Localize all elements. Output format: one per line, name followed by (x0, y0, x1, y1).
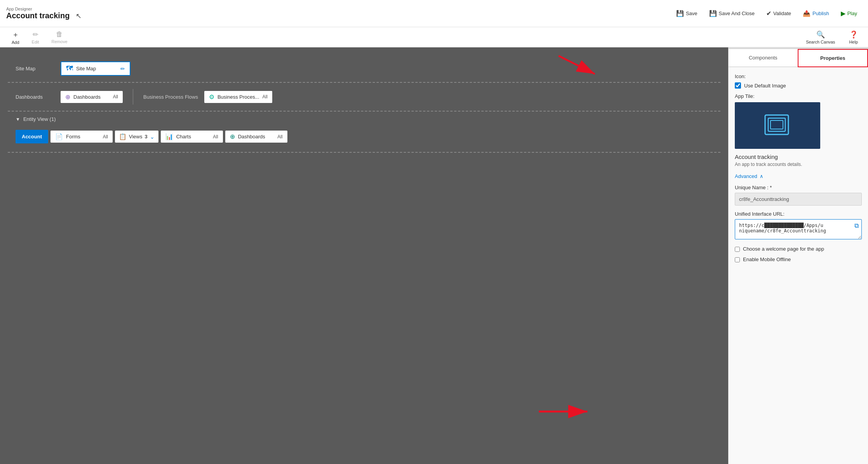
dashboards-row-label: Dashboards (16, 94, 54, 100)
top-bar: App Designer Account tracking ↖ 💾 Save 💾… (0, 0, 868, 27)
sitemap-box[interactable]: 🗺 Site Map ✏ (61, 61, 130, 76)
edit-icon: ✏ (33, 30, 38, 39)
app-tile-label: App Tile: (735, 93, 862, 99)
bpf-icon: ⚙ (209, 93, 214, 101)
bpf-label: Business Process Flows (143, 94, 198, 100)
charts-pill[interactable]: 📊 Charts All (161, 131, 223, 143)
edit-label: Edit (32, 40, 39, 44)
panel-content: Icon: Use Default Image App Tile: Accoun… (729, 67, 868, 273)
bpf-all: All (263, 94, 268, 99)
help-label: Help (849, 40, 858, 44)
acc-dashboards-all: All (277, 134, 282, 140)
save-button[interactable]: 💾 Save (671, 7, 702, 19)
app-designer-label: App Designer (6, 7, 82, 11)
bpf-pill[interactable]: ⚙ Business Proces... All (204, 91, 272, 103)
welcome-page-label: Choose a welcome page for the app (743, 246, 824, 252)
sitemap-row: Site Map 🗺 Site Map ✏ (8, 55, 720, 82)
search-canvas-label: Search Canvas (806, 40, 835, 44)
dashboards-all: All (113, 94, 118, 99)
views-label: Views (129, 134, 142, 140)
tab-properties[interactable]: Properties (798, 49, 868, 67)
red-arrow-properties (553, 51, 600, 78)
account-button[interactable]: Account (16, 130, 48, 143)
validate-icon: ✔ (766, 10, 771, 17)
save-close-button[interactable]: 💾 Save And Close (704, 7, 760, 19)
remove-label: Remove (52, 39, 68, 44)
url-label: Unified Interface URL: (735, 211, 862, 217)
add-button[interactable]: ＋ Add (6, 28, 25, 46)
save-icon: 💾 (676, 10, 684, 17)
acc-dashboards-icon: ⊕ (230, 133, 235, 140)
use-default-checkbox[interactable] (735, 82, 741, 89)
dashboards-label: Dashboards (73, 94, 101, 100)
views-icon: 📋 (119, 133, 127, 140)
save-close-icon: 💾 (709, 10, 717, 17)
vertical-sep (133, 89, 133, 105)
main-layout: Site Map 🗺 Site Map ✏ Dashboards ⊕ Dashb… (0, 47, 868, 464)
forms-label: Forms (66, 134, 80, 140)
toolbar-right: 🔍 Search Canvas ❓ Help (802, 29, 862, 46)
advanced-label: Advanced (735, 173, 757, 179)
panel-tabs: Components Properties (729, 49, 868, 67)
validate-button[interactable]: ✔ Validate (762, 7, 796, 19)
page-title: Account tracking (6, 11, 70, 20)
remove-button[interactable]: 🗑 Remove (46, 29, 73, 45)
mobile-offline-checkbox[interactable] (735, 257, 740, 262)
sep-3 (8, 152, 720, 153)
play-button[interactable]: ▶ Play (836, 7, 862, 19)
cursor-icon: ↖ (76, 12, 82, 20)
use-default-label: Use Default Image (744, 83, 786, 89)
right-panel: Components Properties Icon: Use Default … (728, 47, 868, 464)
app-tile-preview (735, 102, 820, 149)
add-label: Add (12, 40, 19, 45)
remove-icon: 🗑 (56, 30, 63, 38)
publish-label: Publish (812, 10, 829, 16)
red-arrow-url (534, 402, 592, 421)
save-label: Save (686, 10, 698, 16)
advanced-chevron: ∧ (760, 173, 764, 179)
publish-button[interactable]: 📤 Publish (798, 7, 834, 19)
mobile-offline-row: Enable Mobile Offline (735, 256, 862, 262)
app-desc-display: An app to track accounts details. (735, 162, 862, 167)
edit-button[interactable]: ✏ Edit (26, 29, 45, 46)
unique-name-input[interactable] (735, 193, 862, 206)
app-header: App Designer Account tracking ↖ (6, 7, 82, 20)
play-label: Play (847, 10, 857, 16)
advanced-toggle[interactable]: Advanced ∧ (735, 173, 862, 179)
copy-icon[interactable]: ⧉ (854, 222, 859, 229)
sitemap-icon: 🗺 (66, 65, 73, 73)
url-input[interactable]: https://c██████████████/Apps/u niquename… (735, 219, 862, 239)
forms-pill[interactable]: 📄 Forms All (50, 131, 113, 143)
help-button[interactable]: ❓ Help (845, 29, 862, 46)
forms-all: All (103, 134, 108, 140)
icon-label: Icon: (735, 73, 862, 79)
views-chevron[interactable]: ⌄ (150, 134, 155, 140)
save-close-label: Save And Close (719, 10, 755, 16)
tab-components[interactable]: Components (729, 49, 798, 66)
unique-name-label: Unique Name : * (735, 185, 862, 190)
acc-dashboards-label: Dashboards (238, 134, 265, 140)
dashboards-pill[interactable]: ⊕ Dashboards All (61, 91, 123, 103)
app-tile-svg (762, 112, 793, 139)
account-row: Account 📄 Forms All 📋 Views 3 ⌄ 📊 Charts… (8, 127, 720, 147)
acc-dashboards-pill[interactable]: ⊕ Dashboards All (225, 131, 287, 143)
canvas-scroll: Site Map 🗺 Site Map ✏ Dashboards ⊕ Dashb… (0, 47, 728, 160)
forms-icon: 📄 (55, 133, 63, 140)
toolbar: ＋ Add ✏ Edit 🗑 Remove 🔍 Search Canvas ❓ … (0, 27, 868, 47)
top-actions: 💾 Save 💾 Save And Close ✔ Validate 📤 Pub… (671, 7, 862, 19)
sitemap-label: Site Map (76, 66, 96, 72)
bpf-label-text: Business Proces... (217, 94, 259, 100)
entity-view-title: Entity View (1) (23, 116, 56, 122)
welcome-page-row: Choose a welcome page for the app (735, 246, 862, 252)
use-default-image-row: Use Default Image (735, 82, 862, 89)
add-icon: ＋ (12, 30, 19, 39)
canvas-area[interactable]: Site Map 🗺 Site Map ✏ Dashboards ⊕ Dashb… (0, 47, 728, 464)
views-count: 3 (144, 134, 147, 140)
entity-view-row: ▼ Entity View (1) (8, 112, 720, 127)
search-canvas-button[interactable]: 🔍 Search Canvas (802, 29, 839, 46)
app-name-display: Account tracking (735, 154, 862, 160)
welcome-page-checkbox[interactable] (735, 247, 740, 252)
views-pill[interactable]: 📋 Views 3 ⌄ (115, 131, 158, 143)
sitemap-edit-icon[interactable]: ✏ (120, 66, 125, 72)
publish-icon: 📤 (803, 10, 811, 17)
